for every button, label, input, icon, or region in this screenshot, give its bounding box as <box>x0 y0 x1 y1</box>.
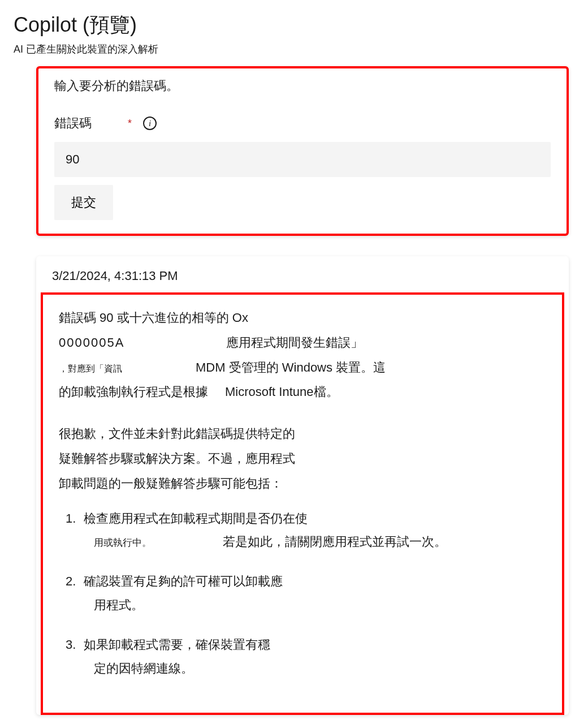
error-code-input[interactable] <box>54 142 551 177</box>
step-item: 檢查應用程式在卸載程式期間是否仍在使 用或執行中。 若是如此，請關閉應用程式並再… <box>84 507 546 554</box>
error-code-label: 錯誤碼 <box>54 115 128 132</box>
response-fragment: ，對應到「資訊 <box>59 364 122 373</box>
troubleshooting-steps: 檢查應用程式在卸載程式期間是否仍在使 用或執行中。 若是如此，請關閉應用程式並再… <box>59 507 546 680</box>
response-content: 錯誤碼 90 或十六進位的相等的 Ox 0000005A應用程式期間發生錯誤」 … <box>41 292 564 715</box>
form-prompt: 輸入要分析的錯誤碼。 <box>54 77 551 94</box>
step-small-text: 用或執行中。 <box>94 537 152 548</box>
step-continue: 用或執行中。 若是如此，請關閉應用程式並再試一次。 <box>84 530 546 554</box>
step-right-text: 若是如此，請關閉應用程式並再試一次。 <box>223 530 447 554</box>
required-indicator: * <box>128 118 132 130</box>
step-item: 如果卸載程式需要，確保裝置有穩 定的因特網連線。 <box>84 633 546 680</box>
response-fragment: Microsoft Intune檔。 <box>225 380 339 404</box>
step-main: 檢查應用程式在卸載程式期間是否仍在使 <box>84 511 308 525</box>
step-main: 確認裝置有足夠的許可權可以卸載應 <box>84 574 283 588</box>
response-line: 0000005A應用程式期間發生錯誤」 <box>59 331 546 355</box>
response-text: 錯誤碼 90 或十六進位的相等的 Ox 0000005A應用程式期間發生錯誤」 … <box>59 306 546 680</box>
error-code-form-card: 輸入要分析的錯誤碼。 錯誤碼 * i 提交 <box>36 66 569 236</box>
info-icon[interactable]: i <box>143 117 157 130</box>
hex-code: 0000005A <box>59 331 124 355</box>
response-line: 卸載問題的一般疑難解答步驟可能包括： <box>59 472 546 495</box>
response-fragment: 的卸載強制執行程式是根據 <box>59 385 208 399</box>
page-title: Copilot (預覽) <box>14 11 574 39</box>
response-line: ，對應到「資訊 MDM 受管理的 Windows 裝置。這 <box>59 356 546 380</box>
response-fragment: MDM 受管理的 Windows 裝置。這 <box>196 356 386 380</box>
response-line: 錯誤碼 90 或十六進位的相等的 Ox <box>59 306 546 330</box>
response-card: 3/21/2024, 4:31:13 PM 錯誤碼 90 或十六進位的相等的 O… <box>36 256 569 715</box>
step-item: 確認裝置有足夠的許可權可以卸載應 用程式。 <box>84 570 546 617</box>
response-line: 很抱歉，文件並未針對此錯誤碼提供特定的 <box>59 422 546 446</box>
field-row: 錯誤碼 * i <box>54 115 551 132</box>
submit-button[interactable]: 提交 <box>54 185 113 220</box>
page-subtitle: AI 已產生關於此裝置的深入解析 <box>14 42 574 56</box>
response-timestamp: 3/21/2024, 4:31:13 PM <box>36 256 569 287</box>
response-line: 疑難解答步驟或解決方案。不過，應用程式 <box>59 447 546 471</box>
step-continue: 定的因特網連線。 <box>84 657 546 680</box>
step-continue: 用程式。 <box>84 593 546 617</box>
response-fragment: 應用程式期間發生錯誤」 <box>226 335 363 350</box>
response-line: 的卸載強制執行程式是根據Microsoft Intune檔。 <box>59 380 546 404</box>
step-main: 如果卸載程式需要，確保裝置有穩 <box>84 637 270 652</box>
